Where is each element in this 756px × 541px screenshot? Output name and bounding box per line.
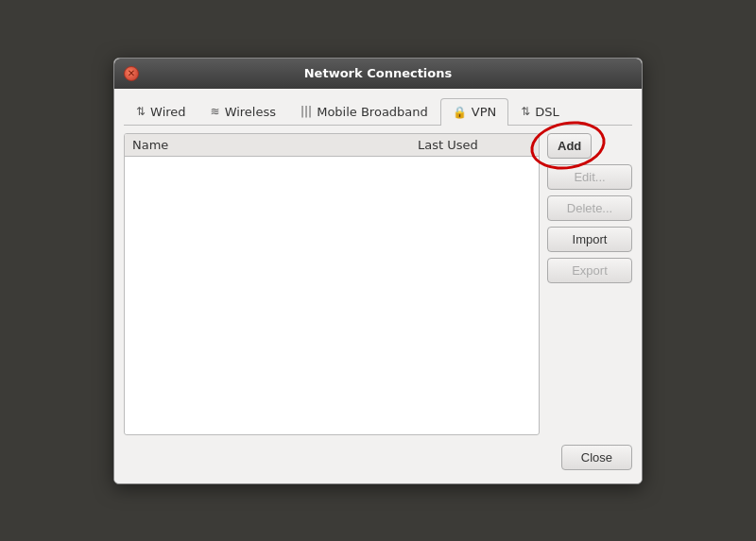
close-window-button[interactable]: ✕: [124, 66, 139, 81]
buttons-panel: Add Edit... Delete... Import Export: [547, 133, 632, 435]
import-button[interactable]: Import: [547, 227, 632, 252]
window-title: Network Connections: [146, 66, 610, 80]
table-body: [125, 157, 539, 431]
tab-mobile-label: Mobile Broadband: [317, 105, 428, 119]
tab-wired[interactable]: ⇅ Wired: [124, 98, 198, 125]
tab-dsl[interactable]: ⇅ DSL: [508, 98, 572, 125]
tab-wireless[interactable]: ≋ Wireless: [198, 98, 288, 125]
tab-dsl-label: DSL: [535, 105, 559, 119]
footer-bar: Close: [124, 435, 632, 474]
tab-vpn-label: VPN: [472, 105, 496, 119]
network-connections-window: ✕ Network Connections ⇅ Wired ≋ Wireless…: [113, 58, 643, 484]
tab-mobile-broadband[interactable]: ||| Mobile Broadband: [288, 98, 440, 125]
add-button-wrapper: Add: [547, 133, 632, 159]
tab-wireless-label: Wireless: [225, 105, 276, 119]
wireless-icon: ≋: [211, 105, 220, 118]
col-name-header: Name: [132, 138, 418, 152]
add-button[interactable]: Add: [547, 133, 592, 159]
delete-button[interactable]: Delete...: [547, 195, 632, 221]
mobile-icon: |||: [301, 105, 312, 118]
tab-wired-label: Wired: [150, 105, 186, 119]
dsl-icon: ⇅: [521, 105, 530, 118]
window-content: ⇅ Wired ≋ Wireless ||| Mobile Broadband …: [114, 89, 642, 483]
export-button[interactable]: Export: [547, 258, 632, 283]
edit-button[interactable]: Edit...: [547, 164, 632, 190]
tab-vpn[interactable]: 🔒 VPN: [440, 98, 508, 126]
connections-table: Name Last Used: [124, 133, 540, 435]
table-header: Name Last Used: [125, 134, 539, 157]
vpn-icon: 🔒: [453, 106, 467, 119]
tab-bar: ⇅ Wired ≋ Wireless ||| Mobile Broadband …: [124, 98, 632, 126]
titlebar: ✕ Network Connections: [114, 59, 642, 89]
main-area: Name Last Used Add Edit... Delete... Imp…: [124, 133, 632, 435]
close-button[interactable]: Close: [561, 445, 632, 470]
col-last-used-header: Last Used: [418, 138, 531, 152]
wired-icon: ⇅: [136, 105, 146, 118]
